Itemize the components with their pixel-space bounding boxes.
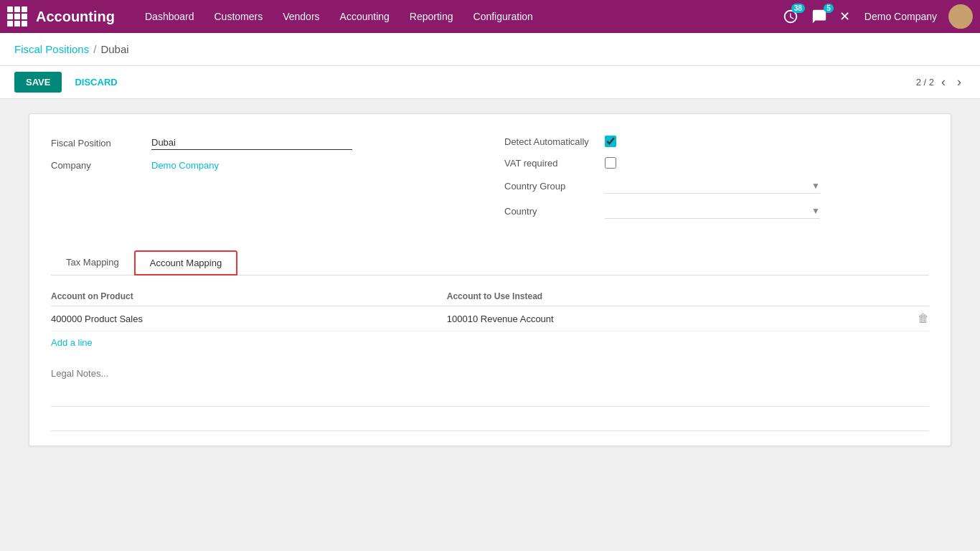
menu-customers[interactable]: Customers (206, 6, 272, 27)
company-name-label: Demo Company (864, 11, 937, 22)
discard-button[interactable]: DISCARD (67, 72, 124, 93)
svg-point-0 (956, 9, 966, 19)
menu-dashboard[interactable]: Dashboard (136, 6, 203, 27)
tabs-bar: Tax Mapping Account Mapping (51, 250, 929, 276)
table-row: 400000 Product Sales 100010 Revenue Acco… (51, 306, 929, 331)
country-row: Country ▼ (504, 204, 929, 219)
account-to-use-value: 100010 Revenue Account (447, 306, 908, 331)
top-navigation: Accounting Dashboard Customers Vendors A… (0, 0, 980, 33)
activity-badge: 38 (791, 4, 805, 13)
add-line-button[interactable]: Add a line (51, 337, 93, 348)
vat-required-label: VAT required (504, 158, 605, 169)
menu-vendors[interactable]: Vendors (274, 6, 328, 27)
next-page-button[interactable]: › (953, 73, 966, 91)
form-left-column: Fiscal Position Company Demo Company (51, 136, 476, 229)
country-group-label: Country Group (504, 181, 605, 192)
prev-page-button[interactable]: ‹ (937, 73, 950, 91)
page-indicator: 2 / 2 (916, 77, 934, 88)
svg-point-1 (952, 19, 969, 29)
form-right-column: Detect Automatically VAT required Countr… (504, 136, 929, 229)
company-link[interactable]: Demo Company (151, 160, 219, 171)
messages-badge: 5 (824, 4, 834, 13)
detect-automatically-label: Detect Automatically (504, 136, 605, 147)
account-mapping-table: Account on Product Account to Use Instea… (51, 287, 929, 331)
menu-configuration[interactable]: Configuration (465, 6, 542, 27)
action-bar: SAVE DISCARD 2 / 2 ‹ › (0, 66, 980, 99)
detect-automatically-checkbox[interactable] (605, 136, 616, 147)
form-top-section: Fiscal Position Company Demo Company Det… (51, 136, 929, 229)
country-group-select[interactable]: ▼ (605, 179, 820, 194)
country-label: Country (504, 206, 605, 217)
legal-notes-textarea[interactable] (51, 362, 929, 407)
country-arrow-icon: ▼ (811, 206, 820, 216)
app-title: Accounting (36, 9, 115, 25)
close-icon[interactable]: ✕ (837, 6, 853, 27)
main-content: Fiscal Position Company Demo Company Det… (0, 99, 980, 461)
delete-row-icon[interactable]: 🗑 (918, 312, 929, 324)
breadcrumb-separator: / (93, 43, 96, 55)
detect-automatically-row: Detect Automatically (504, 136, 929, 147)
country-group-row: Country Group ▼ (504, 179, 929, 194)
save-button[interactable]: SAVE (14, 72, 62, 93)
pagination: 2 / 2 ‹ › (916, 73, 966, 91)
tab-tax-mapping[interactable]: Tax Mapping (51, 250, 134, 276)
top-menu: Dashboard Customers Vendors Accounting R… (136, 6, 779, 27)
account-on-product-value: 400000 Product Sales (51, 306, 447, 331)
activity-icon[interactable]: 38 (779, 5, 802, 28)
country-group-value (605, 179, 811, 193)
breadcrumb: Fiscal Positions / Dubai (0, 33, 980, 66)
col-account-to-use: Account to Use Instead (447, 287, 908, 306)
fiscal-position-label: Fiscal Position (51, 138, 151, 149)
country-select[interactable]: ▼ (605, 204, 820, 219)
menu-reporting[interactable]: Reporting (401, 6, 462, 27)
user-avatar[interactable] (948, 4, 973, 29)
company-row: Company Demo Company (51, 160, 476, 171)
country-group-arrow-icon: ▼ (811, 181, 820, 191)
fiscal-position-input[interactable] (151, 136, 352, 150)
app-grid-icon[interactable] (7, 6, 27, 27)
col-account-on-product: Account on Product (51, 287, 447, 306)
messages-icon[interactable]: 5 (808, 5, 831, 28)
fiscal-position-row: Fiscal Position (51, 136, 476, 150)
vat-required-checkbox[interactable] (605, 157, 616, 169)
topnav-right-section: 38 5 ✕ Demo Company (779, 4, 973, 29)
breadcrumb-current: Dubai (100, 43, 128, 55)
breadcrumb-parent[interactable]: Fiscal Positions (14, 43, 89, 55)
country-value (605, 204, 811, 218)
company-label: Company (51, 160, 151, 171)
form-card: Fiscal Position Company Demo Company Det… (29, 113, 951, 446)
tab-account-mapping[interactable]: Account Mapping (134, 250, 237, 276)
bottom-divider (51, 430, 929, 431)
menu-accounting[interactable]: Accounting (331, 6, 398, 27)
vat-required-row: VAT required (504, 157, 929, 169)
